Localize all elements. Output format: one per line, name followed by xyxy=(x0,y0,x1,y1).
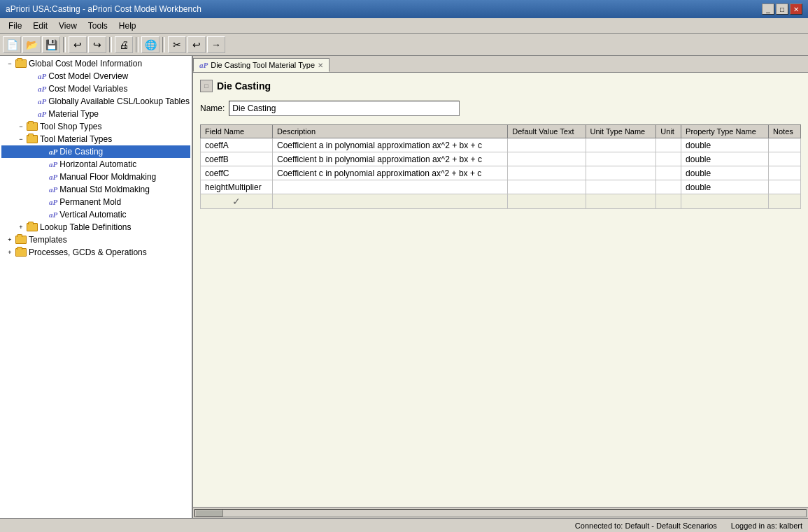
left-panel: − Global Cost Model Information aP Cost … xyxy=(0,56,193,518)
expander-global[interactable]: − xyxy=(4,58,15,69)
cell-default-0 xyxy=(508,138,586,152)
cell-default-new xyxy=(508,194,586,209)
app-title: aPriori USA:Casting - aPriori Cost Model… xyxy=(6,4,201,14)
expander-lookuptable[interactable]: + xyxy=(15,222,27,233)
cell-fieldname-1: coeffB xyxy=(201,152,273,166)
cell-unit-1 xyxy=(656,152,681,166)
globe-button[interactable]: 🌐 xyxy=(141,36,160,53)
table-row[interactable]: heightMultiplier double xyxy=(201,180,801,194)
expander-manualstd xyxy=(38,184,49,195)
cell-notes-0 xyxy=(769,138,801,152)
table-row[interactable]: coeffB Coefficient b in polynomial appro… xyxy=(201,152,801,166)
new-row-check[interactable]: ✓ xyxy=(232,196,241,207)
tree-node-templates[interactable]: + Templates xyxy=(1,233,190,246)
cell-unittype-2 xyxy=(586,166,656,180)
expander-verticalauto xyxy=(38,209,49,220)
menu-tools[interactable]: Tools xyxy=(83,20,113,32)
table-row[interactable]: coeffC Coefficient c in polynomial appro… xyxy=(201,166,801,180)
name-label: Name: xyxy=(200,103,225,113)
expander-toolmaterial[interactable]: − xyxy=(15,134,27,145)
tree-label-verticalauto: Vertical Automatic xyxy=(59,210,126,220)
tree-label-manualfloor: Manual Floor Moldmaking xyxy=(59,172,156,182)
table-row[interactable]: coeffA Coefficient a in polynomial appro… xyxy=(201,138,801,152)
tree-node-csl[interactable]: aP Globally Available CSL/Lookup Tables xyxy=(1,95,190,108)
window-controls[interactable]: _ □ ✕ xyxy=(762,3,802,15)
tab-bar: aP Die Casting Tool Material Type ✕ xyxy=(193,56,808,73)
ap-icon-verticalauto: aP xyxy=(49,210,57,219)
col-notes: Notes xyxy=(769,125,801,138)
tree-node-processes[interactable]: + Processes, GCDs & Operations xyxy=(1,246,190,259)
menu-view[interactable]: View xyxy=(53,20,83,32)
tree-node-lookuptable[interactable]: + Lookup Table Definitions xyxy=(1,221,190,233)
maximize-button[interactable]: □ xyxy=(776,3,788,15)
redo-button[interactable]: ↪ xyxy=(88,36,106,53)
tree-label-toolshop: Tool Shop Types xyxy=(40,122,102,131)
tree-node-toolmaterial[interactable]: − Tool Material Types xyxy=(1,133,190,145)
new-button[interactable]: 📄 xyxy=(3,36,21,53)
tree-node-variables[interactable]: aP Cost Model Variables xyxy=(1,82,190,95)
tree-node-permanentmold[interactable]: aP Permanent Mold xyxy=(1,196,190,208)
col-description: Description xyxy=(273,125,508,138)
tree-label-variables: Cost Model Variables xyxy=(48,84,127,94)
folder-icon-templates xyxy=(15,236,27,244)
expander-templates[interactable]: + xyxy=(4,234,15,245)
tree-node-horizontalauto[interactable]: aP Horizontal Automatic xyxy=(1,158,190,171)
expander-processes[interactable]: + xyxy=(4,247,15,258)
forward-button[interactable]: → xyxy=(207,36,225,53)
tab-close-button[interactable]: ✕ xyxy=(318,62,323,69)
toolbar: 📄 📂 💾 ↩ ↪ 🖨 🌐 ✂ ↩ → xyxy=(0,34,808,56)
tree-node-overview[interactable]: aP Cost Model Overview xyxy=(1,70,190,82)
tree-label-permanentmold: Permanent Mold xyxy=(59,197,121,207)
minimize-button[interactable]: _ xyxy=(762,3,774,15)
cell-default-2 xyxy=(508,166,586,180)
cell-unit-2 xyxy=(656,166,681,180)
open-button[interactable]: 📂 xyxy=(22,36,41,53)
right-panel: aP Die Casting Tool Material Type ✕ □ Di… xyxy=(193,56,808,518)
ap-icon-variables: aP xyxy=(38,85,46,93)
tree-node-manualfloor[interactable]: aP Manual Floor Moldmaking xyxy=(1,171,190,183)
expander-toolshop[interactable]: − xyxy=(15,121,27,132)
cell-default-1 xyxy=(508,152,586,166)
menu-file[interactable]: File xyxy=(3,20,27,32)
expander-manualfloor xyxy=(38,171,49,182)
cell-fieldname-new: ✓ xyxy=(201,194,273,209)
menu-edit[interactable]: Edit xyxy=(27,20,53,32)
cell-proptype-new xyxy=(681,194,769,209)
col-defaultvalue: Default Value Text xyxy=(508,125,586,138)
save-button[interactable]: 💾 xyxy=(42,36,60,53)
cell-description-3 xyxy=(273,180,508,194)
ap-icon-permanentmold: aP xyxy=(49,198,57,206)
print-button[interactable]: 🖨 xyxy=(115,36,133,53)
h-scrollbar[interactable] xyxy=(193,507,808,518)
cut-button[interactable]: ✂ xyxy=(168,36,186,53)
ap-icon-materialtype: aP xyxy=(38,110,46,118)
cell-fieldname-0: coeffA xyxy=(201,138,273,152)
cell-unit-new xyxy=(656,194,681,209)
cell-notes-3 xyxy=(769,180,801,194)
cell-description-2: Coefficient c in polynomial approximatio… xyxy=(273,166,508,180)
tree-label-toolmaterial: Tool Material Types xyxy=(40,134,112,144)
tree-node-manualstd[interactable]: aP Manual Std Moldmaking xyxy=(1,183,190,196)
expander-variables xyxy=(27,83,38,94)
tree-node-toolshop[interactable]: − Tool Shop Types xyxy=(1,120,190,133)
table-row-new[interactable]: ✓ xyxy=(201,194,801,209)
cell-proptype-3: double xyxy=(681,180,769,194)
tree-node-materialtype[interactable]: aP Material Type xyxy=(1,108,190,120)
ap-icon-manualfloor: aP xyxy=(49,173,57,181)
tree-label-lookuptable: Lookup Table Definitions xyxy=(40,222,132,232)
tree-node-global[interactable]: − Global Cost Model Information xyxy=(1,57,190,70)
tree-node-diecasting[interactable]: aP Die Casting xyxy=(1,145,190,158)
ap-icon-horizontalauto: aP xyxy=(49,160,57,168)
name-row: Name: xyxy=(200,101,801,116)
back-button[interactable]: ↩ xyxy=(187,36,206,53)
cell-unit-0 xyxy=(656,138,681,152)
name-input[interactable] xyxy=(229,101,460,116)
tree-label-materialtype: Material Type xyxy=(48,109,99,119)
tree-label-csl: Globally Available CSL/Lookup Tables xyxy=(48,96,190,106)
tab-diecasting[interactable]: aP Die Casting Tool Material Type ✕ xyxy=(193,58,329,72)
cell-unittype-0 xyxy=(586,138,656,152)
close-button[interactable]: ✕ xyxy=(790,3,802,15)
tree-node-verticalauto[interactable]: aP Vertical Automatic xyxy=(1,208,190,221)
undo-button[interactable]: ↩ xyxy=(69,36,87,53)
menu-help[interactable]: Help xyxy=(113,20,142,32)
